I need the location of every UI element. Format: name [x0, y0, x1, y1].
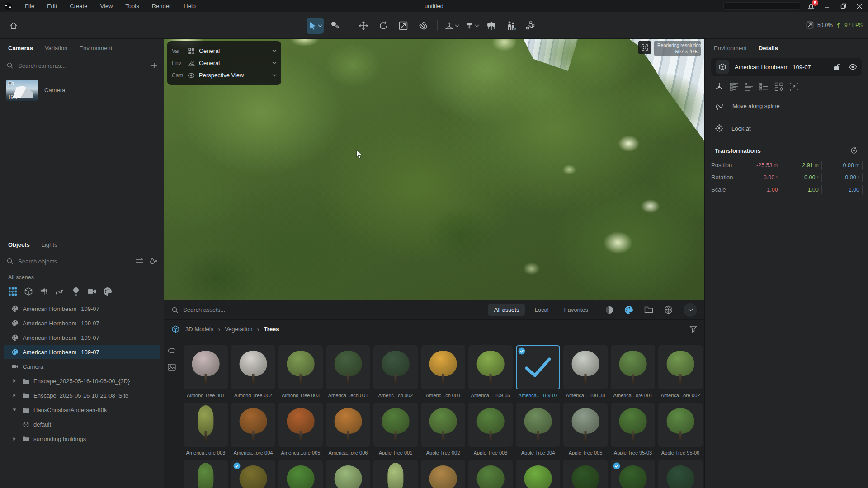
environment-selector[interactable]: Env General	[172, 57, 277, 69]
asset-tile[interactable]	[658, 460, 703, 488]
asset-tile[interactable]: America...ore 003	[184, 403, 228, 455]
list-rows-view-icon[interactable]	[744, 81, 755, 92]
snap-tool-button[interactable]	[415, 18, 432, 34]
asset-tile[interactable]: America...ore 006	[326, 403, 370, 455]
tab-cameras[interactable]: Cameras	[8, 45, 33, 52]
tab-environment[interactable]: Environment	[79, 45, 112, 52]
light-placement-tool-button[interactable]	[463, 18, 480, 34]
minimize-button[interactable]	[822, 1, 832, 11]
filter-lights-icon[interactable]	[71, 286, 81, 297]
asset-tile[interactable]	[563, 460, 608, 488]
asset-tile[interactable]: America...ore 002	[658, 345, 703, 398]
object-list-item[interactable]: American Hornbeam109-07	[4, 316, 160, 330]
folder-icon[interactable]	[644, 306, 653, 314]
object-list-item[interactable]: American Hornbeam109-07	[4, 330, 160, 345]
tab-local[interactable]: Local	[528, 304, 555, 316]
move-along-spline-button[interactable]: Move along spline	[705, 94, 868, 112]
filter-splines-icon[interactable]	[55, 286, 66, 297]
fullscreen-button[interactable]	[638, 41, 651, 54]
object-list-item[interactable]: Enscape_2025-05-16-10-06-00_{3D}	[4, 374, 160, 388]
tab-variation[interactable]: Variation	[45, 45, 67, 52]
asset-tile[interactable]: America...ech 001	[326, 345, 370, 398]
asset-tile[interactable]: America...ore 001	[611, 345, 655, 398]
breadcrumb-3d-models[interactable]: 3D Models	[185, 326, 213, 333]
camera-placement-tool-button[interactable]	[443, 18, 460, 34]
isolate-filter-icon[interactable]	[149, 258, 157, 265]
search-objects-input[interactable]	[18, 258, 136, 265]
titlebar-search-input[interactable]	[723, 2, 800, 10]
menu-file[interactable]: File	[19, 0, 41, 12]
sphere-material-icon[interactable]	[605, 306, 613, 314]
notifications-button[interactable]: 5	[807, 2, 816, 11]
asset-tile[interactable]: America... 109-07	[516, 345, 560, 398]
object-list-item[interactable]: default	[4, 417, 160, 432]
tab-details[interactable]: Details	[759, 45, 778, 52]
list-detail-view-icon[interactable]	[729, 81, 740, 92]
list-compact-view-icon[interactable]	[759, 81, 769, 92]
object-list-item[interactable]: surronding buildings	[4, 432, 160, 446]
asset-tile[interactable]: Apple Tree 95-06	[658, 403, 703, 455]
asset-tile[interactable]: Apple Tree 002	[421, 403, 465, 455]
camera-selector[interactable]: Cam Perspective View	[172, 69, 277, 81]
visibility-toggle[interactable]	[849, 64, 857, 70]
fit-bounds-icon[interactable]	[788, 81, 799, 92]
asset-tile[interactable]	[278, 460, 323, 488]
menu-edit[interactable]: Edit	[41, 0, 63, 12]
spline-tool-button[interactable]	[523, 18, 540, 34]
caret-right-icon[interactable]	[13, 436, 16, 441]
menu-view[interactable]: View	[94, 0, 119, 12]
home-button[interactable]	[6, 19, 21, 33]
add-camera-icon[interactable]	[151, 62, 157, 69]
filter-sliders-icon[interactable]	[136, 258, 144, 265]
asset-tile[interactable]: Almond Tree 003	[278, 345, 323, 398]
variation-selector[interactable]: Var General	[172, 45, 277, 57]
filter-all-icon[interactable]	[7, 286, 18, 297]
ground-plane-icon[interactable]	[168, 347, 176, 354]
asset-tile[interactable]: Apple Tree 004	[516, 403, 560, 455]
people-tool-button[interactable]: a	[503, 18, 520, 34]
zoom-level[interactable]: 50.0%	[817, 22, 833, 28]
search-cameras-input[interactable]	[18, 62, 151, 69]
move-tool-button[interactable]	[355, 18, 372, 34]
asset-tile[interactable]: Apple Tree 003	[468, 403, 513, 455]
asset-tile[interactable]	[516, 460, 560, 488]
rotate-tool-button[interactable]	[375, 18, 392, 34]
collapse-panel-button[interactable]	[684, 303, 697, 317]
tab-objects[interactable]: Objects	[8, 241, 30, 248]
asset-tile[interactable]: Apple Tree 95-03	[611, 403, 655, 455]
filter-vegetation-icon[interactable]	[39, 286, 50, 297]
object-list-item[interactable]: Camera	[4, 359, 160, 374]
asset-tile[interactable]: Almond Tree 002	[231, 345, 275, 398]
asset-tile[interactable]	[421, 460, 465, 488]
asset-tile[interactable]: America... 100-38	[563, 345, 608, 398]
tab-favorites[interactable]: Favorites	[558, 304, 594, 316]
asset-tile[interactable]: America...ore 004	[231, 403, 275, 455]
asset-tile[interactable]	[184, 460, 228, 488]
asset-tile[interactable]: Apple Tree 001	[373, 403, 418, 455]
breadcrumb-vegetation[interactable]: Vegetation	[225, 326, 252, 333]
asset-tile[interactable]: America...ore 005	[278, 403, 323, 455]
breadcrumb-trees[interactable]: Trees	[264, 326, 279, 333]
menu-render[interactable]: Render	[146, 0, 178, 12]
select-tool-button[interactable]	[307, 18, 324, 34]
vegetation-tool-button[interactable]	[483, 18, 500, 34]
layout-grid-icon[interactable]	[774, 81, 784, 92]
tab-all-assets[interactable]: All assets	[488, 304, 526, 316]
asset-tile[interactable]: Americ...ch 003	[421, 345, 465, 398]
asset-tile[interactable]	[373, 460, 418, 488]
filter-funnel-icon[interactable]	[689, 325, 697, 333]
search-assets-input[interactable]	[183, 306, 488, 313]
object-list-item[interactable]: American Hornbeam109-07	[4, 345, 160, 359]
look-at-button[interactable]: Look at	[705, 112, 868, 135]
menu-create[interactable]: Create	[63, 0, 94, 12]
menu-tools[interactable]: Tools	[119, 0, 145, 12]
paint-picker-tool-button[interactable]	[326, 18, 344, 34]
film-reel-icon[interactable]	[664, 305, 673, 314]
asset-tile[interactable]	[326, 460, 370, 488]
filter-models-icon[interactable]	[23, 286, 34, 297]
palette-icon[interactable]	[624, 305, 633, 314]
filter-cameras-icon[interactable]	[86, 286, 97, 297]
menu-help[interactable]: Help	[177, 0, 202, 12]
tab-environment-right[interactable]: Environment	[714, 45, 747, 52]
object-list-item[interactable]: Enscape_2025-05-16-10-21-08_Site	[4, 388, 160, 403]
